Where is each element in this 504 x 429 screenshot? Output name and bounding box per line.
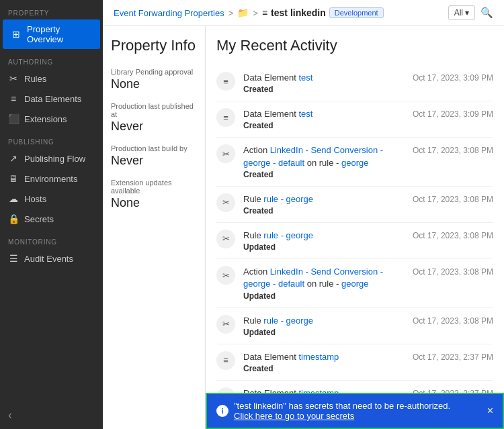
- banner-text: "test linkedin" has secrets that need to…: [234, 401, 482, 421]
- sidebar-section-publishing: PUBLISHING: [0, 129, 103, 148]
- sidebar-item-audit-events[interactable]: ☰ Audit Events: [0, 248, 103, 269]
- activity-item-6: ✂ Rule rule - george Updated Oct 17, 202…: [216, 308, 493, 344]
- content-area: Property Info Library Pending approval N…: [103, 26, 504, 429]
- sidebar-item-publishing-flow[interactable]: ↗ Publishing Flow: [0, 148, 103, 169]
- activity-item-time-3: Oct 17, 2023, 3:08 PM: [413, 193, 493, 204]
- prop-field-value-1: Never: [111, 120, 197, 134]
- activity-item-time-0: Oct 17, 2023, 3:09 PM: [413, 72, 493, 83]
- hosts-icon: ☁: [8, 193, 19, 204]
- data-elements-icon: ≡: [8, 93, 19, 104]
- activity-item-time-1: Oct 17, 2023, 3:09 PM: [413, 108, 493, 119]
- activity-link-7[interactable]: timestamp: [298, 352, 339, 362]
- prop-field-value-3: None: [111, 196, 197, 210]
- sidebar-item-label: Data Elements: [24, 94, 81, 104]
- property-info-title: Property Info: [111, 37, 197, 54]
- header-right: All ▾ 🔍: [448, 5, 493, 20]
- activity-item-title-3: Rule rule - george: [243, 193, 405, 205]
- activity-item-title-5: Action LinkedIn - Send Conversion - geor…: [243, 266, 405, 290]
- prop-field-value-0: None: [111, 77, 197, 91]
- breadcrumb-event-forwarding[interactable]: Event Forwarding Properties: [114, 8, 224, 18]
- sidebar-item-label: Audit Events: [24, 254, 73, 264]
- prop-field-label-1: Production last published at: [111, 102, 197, 118]
- sidebar-item-environments[interactable]: 🖥 Environments: [0, 169, 103, 189]
- sidebar-section-authoring: AUTHORING: [0, 49, 103, 68]
- sidebar-item-label: Rules: [24, 74, 46, 84]
- folder-icon: 📁: [237, 7, 249, 18]
- activity-item-body-5: Action LinkedIn - Send Conversion - geor…: [243, 266, 405, 300]
- breadcrumb-current: ≡ test linkedin Development: [262, 7, 384, 18]
- activity-item-title-0: Data Element test: [243, 72, 405, 84]
- activity-item-2: ✂ Action LinkedIn - Send Conversion - ge…: [216, 138, 493, 186]
- sidebar-item-property-overview[interactable]: ⊞ Property Overview: [3, 19, 100, 49]
- activity-link-1[interactable]: test: [298, 109, 312, 119]
- prop-field-label-0: Library Pending approval: [111, 68, 197, 76]
- prop-field-2: Production last build by Never: [111, 144, 197, 168]
- banner-message: "test linkedin" has secrets that need to…: [234, 401, 450, 411]
- prop-field-3: Extension updates available None: [111, 179, 197, 210]
- activity-item-4: ✂ Rule rule - george Updated Oct 17, 202…: [216, 223, 493, 259]
- activity-item-7: ≡ Data Element timestamp Created Oct 17,…: [216, 344, 493, 381]
- property-type-icon: ≡: [262, 7, 267, 18]
- extensions-icon: ⬛: [8, 113, 19, 124]
- activity-item-title-2: Action LinkedIn - Send Conversion - geor…: [243, 144, 405, 169]
- breadcrumb-sep-1: >: [228, 8, 234, 18]
- rule-icon-4: ✂: [216, 230, 235, 248]
- data-element-icon-1: ≡: [216, 108, 235, 127]
- prop-field-1: Production last published at Never: [111, 102, 197, 134]
- rule-icon-3: ✂: [216, 193, 235, 212]
- activity-item-time-7: Oct 17, 2023, 2:37 PM: [413, 351, 493, 362]
- sidebar-item-label: Extensions: [24, 114, 67, 124]
- activity-item-body-3: Rule rule - george Created: [243, 193, 405, 216]
- activity-link-2b[interactable]: george: [341, 158, 368, 168]
- filter-select[interactable]: All ▾: [448, 5, 475, 20]
- activity-item-time-6: Oct 17, 2023, 3:08 PM: [413, 315, 493, 326]
- prop-field-label-2: Production last build by: [111, 144, 197, 152]
- sidebar-item-hosts[interactable]: ☁ Hosts: [0, 189, 103, 209]
- activity-item-body-0: Data Element test Created: [243, 72, 405, 94]
- audit-events-icon: ☰: [8, 253, 19, 264]
- activity-item-action-5: Updated: [243, 291, 405, 301]
- activity-link-3[interactable]: rule - george: [263, 194, 313, 204]
- activity-item-action-4: Updated: [243, 242, 405, 252]
- activity-item-action-1: Created: [243, 121, 405, 130]
- activity-item-body-1: Data Element test Created: [243, 108, 405, 130]
- activity-item-time-4: Oct 17, 2023, 3:08 PM: [413, 230, 493, 240]
- sidebar-item-label: Hosts: [24, 194, 46, 204]
- sidebar-section-monitoring: MONITORING: [0, 229, 103, 248]
- rule-icon-2: ✂: [216, 144, 235, 163]
- property-overview-icon: ⊞: [11, 29, 22, 40]
- activity-item-time-5: Oct 17, 2023, 3:08 PM: [413, 266, 493, 277]
- sidebar: PROPERTY ⊞ Property Overview AUTHORING ✂…: [0, 0, 103, 429]
- activity-item-body-4: Rule rule - george Updated: [243, 230, 405, 252]
- info-icon: i: [216, 405, 228, 417]
- environments-icon: 🖥: [8, 173, 19, 184]
- activity-item-3: ✂ Rule rule - george Created Oct 17, 202…: [216, 187, 493, 223]
- activity-item-action-3: Created: [243, 206, 405, 216]
- banner-link[interactable]: Click here to go to your secrets: [234, 411, 354, 421]
- rule-icon-6: ✂: [216, 315, 235, 334]
- sidebar-section-property: PROPERTY: [0, 0, 103, 19]
- activity-link-4[interactable]: rule - george: [263, 230, 313, 240]
- activity-item-body-7: Data Element timestamp Created: [243, 351, 405, 373]
- activity-link-6[interactable]: rule - george: [263, 316, 313, 326]
- sidebar-item-extensions[interactable]: ⬛ Extensions: [0, 109, 103, 129]
- sidebar-item-rules[interactable]: ✂ Rules: [0, 68, 103, 89]
- sidebar-item-data-elements[interactable]: ≡ Data Elements: [0, 89, 103, 109]
- activity-item-1: ≡ Data Element test Created Oct 17, 2023…: [216, 101, 493, 138]
- publishing-flow-icon: ↗: [8, 153, 19, 164]
- activity-item-title-1: Data Element test: [243, 108, 405, 120]
- prop-field-value-2: Never: [111, 154, 197, 168]
- activity-link-5b[interactable]: george: [341, 279, 368, 289]
- activity-link-0[interactable]: test: [298, 73, 312, 83]
- activity-item-action-7: Created: [243, 364, 405, 373]
- rules-icon: ✂: [8, 73, 19, 84]
- activity-item-time-2: Oct 17, 2023, 3:08 PM: [413, 144, 493, 155]
- main-content: Event Forwarding Properties > 📁 > ≡ test…: [103, 0, 504, 429]
- search-button[interactable]: 🔍: [480, 7, 493, 19]
- sidebar-item-secrets[interactable]: 🔒 Secrets: [0, 209, 103, 229]
- property-name: test linkedin: [271, 7, 326, 18]
- close-banner-button[interactable]: ×: [487, 405, 493, 417]
- activity-item-title-6: Rule rule - george: [243, 315, 405, 327]
- sidebar-collapse-button[interactable]: ‹: [0, 401, 103, 429]
- rule-icon-5: ✂: [216, 266, 235, 285]
